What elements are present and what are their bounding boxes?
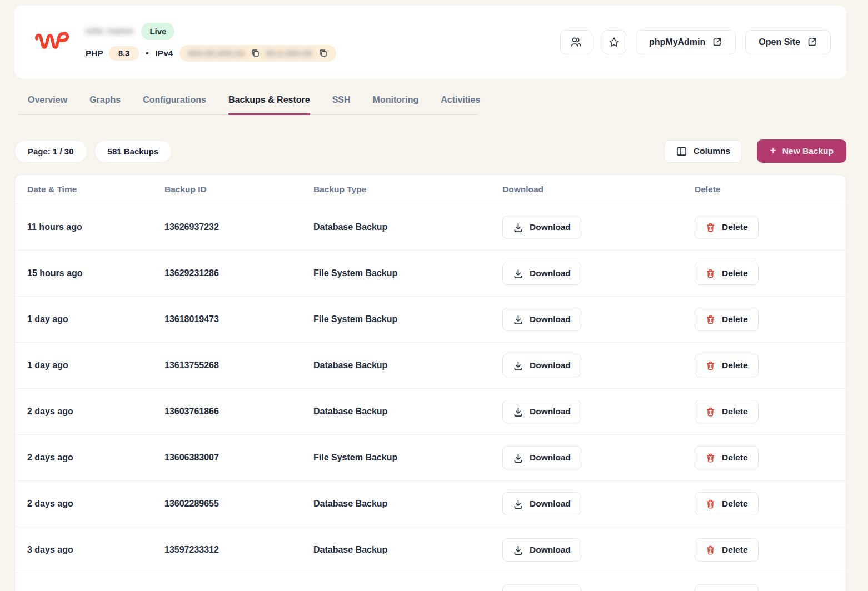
delete-button[interactable]: Delete	[695, 400, 759, 423]
delete-button[interactable]: Delete	[695, 216, 759, 239]
backup-type-cell: Database Backup	[313, 360, 502, 370]
site-info: site name Live PHP 8.3 • IPv4 000.00.000…	[33, 23, 336, 62]
table-row: 2 days ago 13602289655 Database Backup D…	[15, 481, 846, 527]
column-header-backup-id: Backup ID	[164, 184, 313, 194]
table-row: 15 hours ago 13629231286 File System Bac…	[15, 251, 846, 297]
download-icon	[513, 222, 523, 233]
download-button-label: Download	[530, 545, 571, 555]
backup-id-cell: 13603761866	[164, 407, 313, 417]
delete-button-label: Delete	[722, 407, 748, 417]
download-icon	[513, 453, 523, 463]
download-button-label: Download	[530, 360, 571, 370]
external-link-icon	[807, 37, 817, 47]
download-icon	[513, 314, 523, 325]
download-button[interactable]: Download	[502, 308, 581, 331]
backup-id-cell: 13626937232	[164, 222, 313, 232]
columns-icon	[676, 146, 687, 157]
backup-date-cell: 2 days ago	[27, 407, 164, 417]
delete-button[interactable]: Delete	[695, 492, 759, 515]
tab-activities[interactable]: Activities	[441, 95, 480, 115]
copy-icon[interactable]	[251, 48, 260, 58]
download-button-label: Download	[530, 268, 571, 278]
columns-button-label: Columns	[694, 146, 730, 156]
trash-icon	[705, 268, 716, 279]
tab-graphs[interactable]: Graphs	[89, 95, 121, 115]
trash-icon	[705, 545, 716, 555]
delete-button[interactable]: Delete	[695, 308, 759, 331]
copy-icon[interactable]	[318, 48, 328, 58]
backup-id-cell: 13602289655	[164, 499, 313, 509]
delete-button-label: Delete	[722, 360, 748, 370]
backup-date-cell: 1 day ago	[27, 360, 164, 370]
trash-icon	[705, 222, 716, 233]
backup-id-cell: 13606383007	[164, 453, 313, 463]
phpmyadmin-button[interactable]: phpMyAdmin	[636, 30, 736, 54]
delete-button-label: Delete	[722, 453, 748, 463]
backup-type-cell: File System Backup	[313, 453, 502, 463]
tab-configurations[interactable]: Configurations	[143, 95, 206, 115]
backup-type-cell: Database Backup	[313, 407, 502, 417]
table-row: 1 day ago 13618019473 File System Backup…	[15, 297, 846, 343]
table-row: 11 hours ago 13626937232 Database Backup…	[15, 204, 846, 251]
download-button[interactable]: Download	[502, 216, 581, 239]
delete-button[interactable]: Delete	[695, 262, 759, 285]
download-button[interactable]: Download	[502, 262, 581, 285]
delete-button[interactable]: Delete	[695, 354, 759, 377]
tab-monitoring[interactable]: Monitoring	[373, 95, 419, 115]
ipv4-pill: 000.00.000.04 00.0.000.00	[179, 45, 336, 62]
download-button[interactable]: Download	[502, 400, 581, 423]
backup-date-cell: 3 days ago	[27, 545, 164, 555]
download-button[interactable]: Download	[502, 584, 581, 591]
backup-id-cell: 13597233312	[164, 545, 313, 555]
ip-address-2-redacted: 00.0.000.00	[266, 49, 313, 58]
tab-ssh[interactable]: SSH	[332, 95, 351, 115]
download-button[interactable]: Download	[502, 446, 581, 469]
site-header-card: site name Live PHP 8.3 • IPv4 000.00.000…	[14, 6, 846, 78]
external-link-icon	[712, 37, 722, 47]
delete-button-label: Delete	[722, 268, 748, 278]
new-backup-button[interactable]: + New Backup	[757, 139, 846, 163]
trash-icon	[705, 407, 716, 417]
backup-date-cell: 2 days ago	[27, 499, 164, 509]
trash-icon	[705, 453, 716, 463]
download-button[interactable]: Download	[502, 492, 581, 515]
columns-button[interactable]: Columns	[664, 140, 742, 163]
favorite-button[interactable]	[602, 30, 626, 54]
tab-overview[interactable]: Overview	[28, 95, 67, 115]
download-icon	[513, 268, 523, 279]
download-button[interactable]: Download	[502, 538, 581, 562]
open-site-button[interactable]: Open Site	[745, 30, 831, 54]
tabs: OverviewGraphsConfigurationsBackups & Re…	[18, 95, 478, 115]
delete-button-label: Delete	[722, 545, 748, 555]
delete-button-label: Delete	[722, 314, 748, 324]
delete-button[interactable]: Delete	[695, 538, 759, 562]
table-row: 2 days ago 13603761866 Database Backup D…	[15, 389, 846, 435]
download-button-label: Download	[530, 314, 571, 324]
backup-type-cell: File System Backup	[313, 268, 502, 278]
site-name-redacted: site name	[86, 26, 134, 37]
delete-button[interactable]: Delete	[695, 446, 759, 469]
column-header-backup-type: Backup Type	[313, 184, 502, 194]
table-row: 2 days ago 13606383007 File System Backu…	[15, 435, 846, 481]
users-icon	[570, 36, 582, 48]
backups-toolbar: Page: 1 / 30 581 Backups Columns + New B…	[14, 139, 846, 163]
table-body: 11 hours ago 13626937232 Database Backup…	[15, 204, 846, 591]
backup-type-cell: Database Backup	[313, 499, 502, 509]
table-row: 3 days ago 13597233312 Database Backup D…	[15, 527, 846, 573]
backup-type-cell: Database Backup	[313, 222, 502, 232]
users-button[interactable]	[560, 30, 592, 54]
delete-button[interactable]: Delete	[695, 584, 759, 591]
new-backup-button-label: New Backup	[782, 146, 834, 156]
download-icon	[513, 360, 523, 371]
tab-backups-restore[interactable]: Backups & Restore	[228, 95, 310, 115]
table-row: 1 day ago 13613755268 Database Backup Do…	[15, 343, 846, 389]
ip-address-1-redacted: 000.00.000.04	[188, 49, 245, 58]
download-icon	[513, 407, 523, 417]
download-button-label: Download	[530, 222, 571, 232]
download-icon	[513, 499, 523, 509]
download-button[interactable]: Download	[502, 354, 581, 377]
delete-button-label: Delete	[722, 222, 748, 232]
live-status-badge: Live	[141, 23, 174, 40]
download-button-label: Download	[530, 407, 571, 417]
backup-type-cell: File System Backup	[313, 314, 502, 324]
